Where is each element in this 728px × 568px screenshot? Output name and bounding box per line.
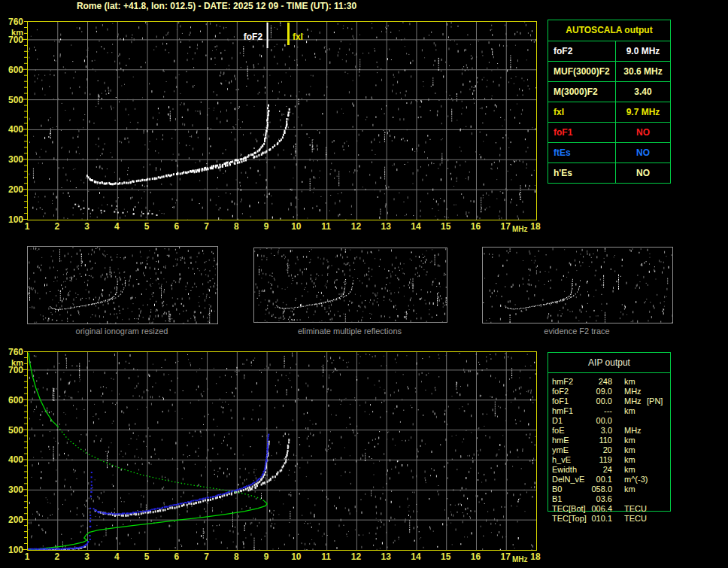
table-row: foF2 9.0 MHz [548,41,670,62]
table-row: MUF(3000)F2 30.6 MHz [548,62,670,82]
table-row: foF100.0MHz[PN] [548,396,670,406]
x-tick-label: 12 [347,551,365,562]
bottom-profile-plot [27,351,537,551]
x-tick-label: 15 [437,221,455,232]
x-tick-label: 18 [526,221,544,232]
y-tick-label: 400 [2,124,23,135]
y-axis-unit: km [2,358,23,367]
table-row: foE3.0MHz [548,426,670,436]
autoscala-window: Rome (lat: +41.8, lon: 012.5) - DATE: 20… [0,0,728,568]
y-tick-label: 100 [2,214,23,225]
table-row: hmF2248km [548,377,670,387]
y-tick-label: 100 [2,545,23,555]
aip-output-table: AIP output hmF2248km foF209.0MHz foF100.… [548,352,671,512]
x-tick-label: 7 [198,221,216,232]
table-row: h'Es NO [548,163,670,183]
table-row: fxI 9.7 MHz [548,102,670,123]
x-tick-label: 7 [198,551,216,562]
x-tick-label: 12 [347,221,365,232]
table-row: ftEs NO [548,143,670,163]
x-tick-label: 14 [407,551,425,562]
table-row: TEC[Top]010.1TECU [548,514,670,524]
table-row: DelN_vE00.1m^(-3) [548,475,670,484]
y-tick-label: 200 [2,515,23,525]
x-tick-label: 15 [437,551,455,562]
thumbnail-evidence-f2-trace [482,247,673,323]
thumbnail-caption: evidence F2 trace [482,327,672,336]
x-tick-label: 16 [466,221,484,232]
x-tick-label: 9 [257,551,275,562]
svg-text:fxI: fxI [293,32,303,42]
table-row: ymE20km [548,445,670,455]
x-tick-label: 6 [168,551,186,562]
table-row: hmE110km [548,436,670,445]
x-tick-label: 13 [377,221,395,232]
y-tick-label: 600 [2,65,23,75]
table-row: TEC[Bot]006.4TECU [548,504,670,514]
aip-rows: hmF2248km foF209.0MHz foF100.0MHz[PN] hm… [548,377,670,524]
x-tick-label: 8 [227,551,245,562]
thumbnail-eliminate-reflections [253,248,447,323]
station-title: Rome (lat: +41.8, lon: 012.5) - DATE: 20… [27,1,406,11]
x-tick-label: 13 [377,551,395,562]
x-tick-label: 18 [526,551,544,562]
x-tick-label: 5 [138,221,156,232]
y-tick-label: 400 [2,454,23,465]
table-row: foF1 NO [548,123,670,143]
table-row: h_vE119km [548,455,670,465]
table-row: B0058.0km [548,484,670,494]
x-tick-label: 11 [317,551,335,562]
aip-table-title: AIP output [548,353,670,373]
x-tick-label: 2 [48,551,66,562]
table-row: M(3000)F2 3.40 [548,82,670,102]
table-row: D100.0 [548,416,670,426]
x-axis-unit: MHz [512,225,528,233]
table-row: B103.6 [548,494,670,504]
x-tick-label: 10 [287,551,305,562]
thumbnail-original-ionogram [27,246,218,324]
y-tick-label: 300 [2,154,23,165]
x-tick-label: 3 [78,221,96,232]
x-tick-label: 11 [317,221,335,232]
x-tick-label: 9 [257,221,275,232]
x-tick-label: 5 [138,551,156,562]
y-tick-label: 500 [2,95,23,105]
x-tick-label: 3 [78,551,96,562]
y-tick-label: 760 [2,17,23,27]
y-tick-label: 600 [2,395,23,405]
x-axis-unit: MHz [512,555,528,563]
autoscala-table-title: AUTOSCALA output [548,20,670,41]
thumbnail-caption: eliminate multiple reflections [253,327,446,336]
top-ionogram-plot: foF2fxI [27,21,537,220]
table-row: hmF1---km [548,406,670,416]
x-tick-label: 16 [466,551,484,562]
y-tick-label: 760 [2,347,23,357]
x-tick-label: 6 [168,221,186,232]
thumbnail-caption: original ionogram resized [27,327,217,336]
svg-text:foF2: foF2 [244,32,263,42]
y-axis-unit: km [2,28,23,37]
table-row: foF209.0MHz [548,387,670,396]
x-tick-label: 4 [108,221,126,232]
y-tick-label: 200 [2,184,23,195]
autoscala-output-table: AUTOSCALA output foF2 9.0 MHz MUF(3000)F… [548,20,671,184]
y-tick-label: 500 [2,425,23,436]
x-tick-label: 4 [108,551,126,562]
y-tick-label: 300 [2,484,23,495]
x-tick-label: 2 [48,221,66,232]
x-tick-label: 8 [227,221,245,232]
table-row: Ewidth24km [548,465,670,475]
x-tick-label: 14 [407,221,425,232]
x-tick-label: 10 [287,221,305,232]
